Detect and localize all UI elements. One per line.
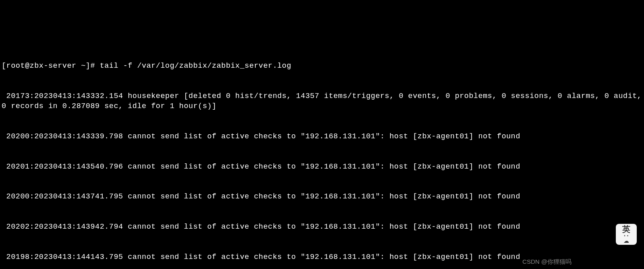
log-line: 20200:20230413:143741.795 cannot send li… <box>2 192 642 202</box>
log-line: 20173:20230413:143332.154 housekeeper [d… <box>2 92 642 112</box>
ime-language-char: 英 <box>622 225 631 233</box>
log-line: 20202:20230413:143942.794 cannot send li… <box>2 222 642 232</box>
prompt-line: [root@zbx-server ~]# tail -f /var/log/za… <box>2 61 642 71</box>
cloud-icon: ☁ <box>623 238 630 244</box>
log-line: 20201:20230413:143540.796 cannot send li… <box>2 162 642 172</box>
ime-indicator[interactable]: 英 • • ☁ <box>616 224 637 245</box>
log-line: 20200:20230413:143339.798 cannot send li… <box>2 132 642 142</box>
watermark-text: CSDN @你狸猫吗 <box>522 258 572 266</box>
terminal-output[interactable]: [root@zbx-server ~]# tail -f /var/log/za… <box>2 41 642 269</box>
